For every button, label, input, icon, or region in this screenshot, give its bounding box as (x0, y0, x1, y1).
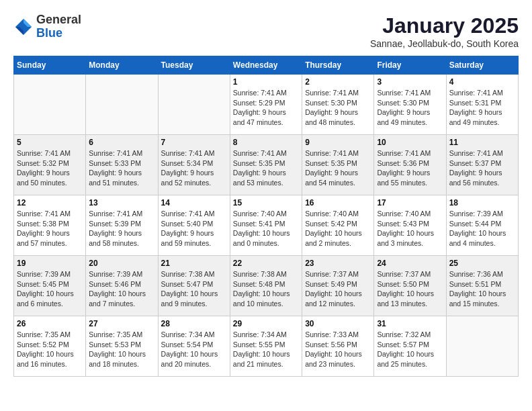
calendar-cell: 26Sunrise: 7:35 AM Sunset: 5:52 PM Dayli… (14, 316, 86, 377)
day-info: Sunrise: 7:34 AM Sunset: 5:54 PM Dayligh… (161, 330, 227, 369)
calendar-week-row: 19Sunrise: 7:39 AM Sunset: 5:45 PM Dayli… (14, 256, 519, 316)
calendar-cell: 31Sunrise: 7:32 AM Sunset: 5:57 PM Dayli… (374, 316, 446, 377)
day-info: Sunrise: 7:32 AM Sunset: 5:57 PM Dayligh… (377, 330, 443, 369)
day-number: 8 (233, 138, 299, 147)
day-number: 25 (449, 259, 515, 268)
calendar-week-row: 26Sunrise: 7:35 AM Sunset: 5:52 PM Dayli… (14, 316, 519, 377)
day-info: Sunrise: 7:41 AM Sunset: 5:37 PM Dayligh… (449, 148, 515, 188)
day-info: Sunrise: 7:41 AM Sunset: 5:33 PM Dayligh… (89, 148, 154, 188)
day-number: 29 (233, 319, 299, 328)
calendar-cell: 19Sunrise: 7:39 AM Sunset: 5:45 PM Dayli… (14, 256, 86, 316)
calendar-cell: 20Sunrise: 7:39 AM Sunset: 5:46 PM Dayli… (86, 256, 158, 316)
calendar-cell: 17Sunrise: 7:40 AM Sunset: 5:43 PM Dayli… (374, 195, 446, 256)
day-number: 3 (377, 77, 443, 87)
day-number: 10 (377, 138, 443, 147)
location-subtitle: Sannae, Jeollabuk-do, South Korea (370, 38, 519, 49)
day-info: Sunrise: 7:35 AM Sunset: 5:53 PM Dayligh… (89, 330, 154, 369)
day-number: 17 (377, 198, 443, 208)
day-number: 11 (449, 138, 515, 147)
calendar-cell: 29Sunrise: 7:34 AM Sunset: 5:55 PM Dayli… (230, 316, 302, 377)
calendar-cell: 3Sunrise: 7:41 AM Sunset: 5:30 PM Daylig… (374, 75, 446, 135)
day-number: 6 (89, 138, 154, 147)
day-info: Sunrise: 7:41 AM Sunset: 5:31 PM Dayligh… (449, 88, 515, 128)
day-number: 9 (305, 138, 371, 147)
calendar-cell: 30Sunrise: 7:33 AM Sunset: 5:56 PM Dayli… (302, 316, 374, 377)
day-number: 7 (161, 138, 227, 147)
day-info: Sunrise: 7:41 AM Sunset: 5:39 PM Dayligh… (89, 209, 154, 248)
day-number: 18 (449, 198, 515, 208)
calendar-week-row: 12Sunrise: 7:41 AM Sunset: 5:38 PM Dayli… (14, 195, 519, 256)
column-header-wednesday: Wednesday (230, 56, 302, 75)
day-info: Sunrise: 7:41 AM Sunset: 5:34 PM Dayligh… (161, 148, 227, 188)
day-number: 2 (305, 77, 371, 87)
calendar-cell (86, 75, 158, 135)
logo-icon (13, 17, 34, 37)
day-number: 15 (233, 198, 299, 208)
logo-text: General Blue (36, 13, 81, 40)
calendar-cell: 25Sunrise: 7:36 AM Sunset: 5:51 PM Dayli… (446, 256, 518, 316)
title-section: January 2025 Sannae, Jeollabuk-do, South… (370, 13, 519, 49)
day-number: 16 (305, 198, 371, 208)
calendar-cell: 18Sunrise: 7:39 AM Sunset: 5:44 PM Dayli… (446, 195, 518, 256)
calendar-cell: 24Sunrise: 7:37 AM Sunset: 5:50 PM Dayli… (374, 256, 446, 316)
calendar-table: SundayMondayTuesdayWednesdayThursdayFrid… (13, 56, 519, 377)
calendar-week-row: 5Sunrise: 7:41 AM Sunset: 5:32 PM Daylig… (14, 135, 519, 195)
calendar-cell (158, 75, 230, 135)
calendar-cell: 28Sunrise: 7:34 AM Sunset: 5:54 PM Dayli… (158, 316, 230, 377)
day-info: Sunrise: 7:38 AM Sunset: 5:48 PM Dayligh… (233, 269, 299, 309)
calendar-week-row: 1Sunrise: 7:41 AM Sunset: 5:29 PM Daylig… (14, 75, 519, 135)
logo-blue: Blue (36, 26, 62, 40)
day-number: 26 (17, 319, 83, 328)
day-info: Sunrise: 7:34 AM Sunset: 5:55 PM Dayligh… (233, 330, 299, 369)
calendar-cell: 5Sunrise: 7:41 AM Sunset: 5:32 PM Daylig… (14, 135, 86, 195)
calendar-cell: 12Sunrise: 7:41 AM Sunset: 5:38 PM Dayli… (14, 195, 86, 256)
day-number: 31 (377, 319, 443, 328)
calendar-header-row: SundayMondayTuesdayWednesdayThursdayFrid… (14, 56, 519, 75)
day-info: Sunrise: 7:40 AM Sunset: 5:42 PM Dayligh… (305, 209, 371, 248)
calendar-cell: 9Sunrise: 7:41 AM Sunset: 5:35 PM Daylig… (302, 135, 374, 195)
day-number: 5 (17, 138, 83, 147)
day-number: 1 (233, 77, 299, 87)
column-header-monday: Monday (86, 56, 158, 75)
calendar-cell: 1Sunrise: 7:41 AM Sunset: 5:29 PM Daylig… (230, 75, 302, 135)
day-info: Sunrise: 7:38 AM Sunset: 5:47 PM Dayligh… (161, 269, 227, 309)
day-number: 27 (89, 319, 154, 328)
calendar-cell: 21Sunrise: 7:38 AM Sunset: 5:47 PM Dayli… (158, 256, 230, 316)
day-number: 24 (377, 259, 443, 268)
calendar-cell: 8Sunrise: 7:41 AM Sunset: 5:35 PM Daylig… (230, 135, 302, 195)
calendar-cell: 10Sunrise: 7:41 AM Sunset: 5:36 PM Dayli… (374, 135, 446, 195)
day-number: 21 (161, 259, 227, 268)
day-number: 19 (17, 259, 83, 268)
calendar-cell: 23Sunrise: 7:37 AM Sunset: 5:49 PM Dayli… (302, 256, 374, 316)
day-info: Sunrise: 7:41 AM Sunset: 5:36 PM Dayligh… (377, 148, 443, 188)
day-info: Sunrise: 7:41 AM Sunset: 5:30 PM Dayligh… (305, 88, 371, 128)
day-info: Sunrise: 7:40 AM Sunset: 5:41 PM Dayligh… (233, 209, 299, 248)
calendar-cell (446, 316, 518, 377)
column-header-saturday: Saturday (446, 56, 518, 75)
logo: General Blue (13, 13, 81, 40)
day-info: Sunrise: 7:41 AM Sunset: 5:30 PM Dayligh… (377, 88, 443, 128)
day-number: 13 (89, 198, 154, 208)
day-info: Sunrise: 7:41 AM Sunset: 5:35 PM Dayligh… (233, 148, 299, 188)
calendar-cell: 7Sunrise: 7:41 AM Sunset: 5:34 PM Daylig… (158, 135, 230, 195)
day-number: 22 (233, 259, 299, 268)
calendar-cell: 16Sunrise: 7:40 AM Sunset: 5:42 PM Dayli… (302, 195, 374, 256)
column-header-friday: Friday (374, 56, 446, 75)
month-title: January 2025 (370, 13, 519, 38)
day-info: Sunrise: 7:33 AM Sunset: 5:56 PM Dayligh… (305, 330, 371, 369)
column-header-thursday: Thursday (302, 56, 374, 75)
day-number: 28 (161, 319, 227, 328)
day-info: Sunrise: 7:40 AM Sunset: 5:43 PM Dayligh… (377, 209, 443, 248)
page-header: General Blue January 2025 Sannae, Jeolla… (13, 13, 519, 49)
calendar-cell: 11Sunrise: 7:41 AM Sunset: 5:37 PM Dayli… (446, 135, 518, 195)
day-info: Sunrise: 7:39 AM Sunset: 5:44 PM Dayligh… (449, 209, 515, 248)
logo-general: General (36, 13, 81, 26)
day-info: Sunrise: 7:41 AM Sunset: 5:29 PM Dayligh… (233, 88, 299, 128)
day-info: Sunrise: 7:37 AM Sunset: 5:49 PM Dayligh… (305, 269, 371, 309)
calendar-cell: 2Sunrise: 7:41 AM Sunset: 5:30 PM Daylig… (302, 75, 374, 135)
calendar-cell: 4Sunrise: 7:41 AM Sunset: 5:31 PM Daylig… (446, 75, 518, 135)
day-info: Sunrise: 7:36 AM Sunset: 5:51 PM Dayligh… (449, 269, 515, 309)
day-info: Sunrise: 7:41 AM Sunset: 5:40 PM Dayligh… (161, 209, 227, 248)
day-number: 20 (89, 259, 154, 268)
day-info: Sunrise: 7:39 AM Sunset: 5:45 PM Dayligh… (17, 269, 83, 309)
